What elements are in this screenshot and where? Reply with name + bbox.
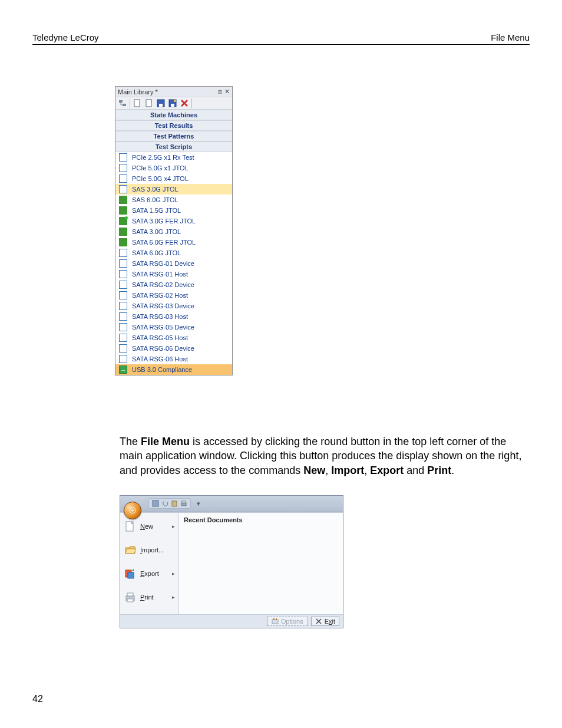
close-icon[interactable]: ✕ <box>224 88 230 95</box>
list-item-label: PCIe 2.5G x1 Rx Test <box>132 154 194 161</box>
options-button[interactable]: Options <box>267 617 308 626</box>
list-item[interactable]: SATA RSG-01 Device <box>115 258 232 269</box>
file-menu-item-xport[interactable]: Export▸ <box>121 564 177 584</box>
qat-save-icon[interactable] <box>151 499 160 508</box>
library-section-header[interactable]: State Machines <box>115 110 232 120</box>
svg-point-8 <box>174 100 176 102</box>
box-green-icon <box>119 196 127 204</box>
list-item[interactable]: SATA RSG-03 Device <box>115 301 232 311</box>
library-section-header[interactable]: Test Results <box>115 120 232 131</box>
file-menu-items: New▸Import...Export▸Print▸ <box>120 513 179 614</box>
list-item[interactable]: SATA 6.0G JTOL <box>115 248 232 258</box>
arrow-icon: → <box>119 365 127 374</box>
list-item-label: SATA RSG-06 Host <box>132 355 188 363</box>
list-item[interactable]: SATA RSG-05 Device <box>115 322 232 332</box>
library-section-header[interactable]: Test Scripts <box>115 141 232 152</box>
folder-open-icon <box>124 543 137 556</box>
list-item-label: SATA RSG-03 Host <box>132 313 188 320</box>
list-item-label: PCIe 5.0G x4 JTOL <box>132 175 189 182</box>
folder-open-icon <box>124 544 136 556</box>
box-empty-icon <box>119 185 127 193</box>
svg-rect-12 <box>181 503 186 506</box>
list-item-label: SATA RSG-02 Device <box>132 281 194 288</box>
box-empty-icon <box>119 355 127 363</box>
header-right: File Menu <box>491 32 530 42</box>
svg-rect-11 <box>172 501 177 506</box>
box-empty-icon <box>119 174 127 183</box>
recent-documents-pane: Recent Documents <box>179 513 343 614</box>
submenu-arrow-icon: ▸ <box>172 594 175 600</box>
file-menu-item-ew[interactable]: New▸ <box>121 516 177 536</box>
save-as-icon[interactable] <box>168 98 177 108</box>
ribbon-titlebar: ▾ <box>120 496 343 512</box>
list-item[interactable]: SATA RSG-01 Host <box>115 269 232 279</box>
list-item[interactable]: SATA RSG-06 Device <box>115 343 232 354</box>
submenu-arrow-icon: ▸ <box>172 571 175 577</box>
list-item[interactable]: SATA 3.0G FER JTOL <box>115 216 232 226</box>
box-empty-icon <box>119 344 127 353</box>
svg-rect-16 <box>128 572 134 578</box>
bold-export: Export <box>370 465 404 476</box>
list-item-label: SATA 3.0G JTOL <box>132 228 181 235</box>
svg-rect-5 <box>159 104 163 107</box>
page-number: 42 <box>32 694 43 704</box>
folder-tree-icon[interactable] <box>118 98 127 108</box>
box-empty-icon <box>119 249 127 257</box>
script-list: PCIe 2.5G x1 Rx TestPCIe 5.0G x1 JTOLPCI… <box>115 152 232 375</box>
new-doc-icon[interactable] <box>133 98 142 108</box>
export-icon <box>124 567 137 580</box>
list-item[interactable]: SATA RSG-02 Device <box>115 279 232 290</box>
qat-paste-icon[interactable] <box>170 499 178 508</box>
list-item[interactable]: SATA 1.5G JTOL <box>115 205 232 216</box>
exit-button[interactable]: Exit <box>311 617 339 626</box>
list-item-label: SATA RSG-06 Device <box>132 345 194 352</box>
recent-documents-title: Recent Documents <box>184 516 338 523</box>
menu-item-label: Import... <box>140 546 164 554</box>
list-item-label: SATA RSG-03 Device <box>132 302 194 309</box>
submenu-arrow-icon: ▸ <box>172 523 175 529</box>
list-item-label: SATA 1.5G JTOL <box>132 207 181 214</box>
qat-print-icon[interactable] <box>180 499 188 508</box>
svg-rect-7 <box>171 104 174 107</box>
qat-dropdown-icon[interactable]: ▾ <box>197 500 200 508</box>
open-doc-icon[interactable] <box>144 98 154 108</box>
list-item[interactable]: SAS 3.0G JTOL <box>115 184 232 195</box>
qat-undo-icon[interactable] <box>161 499 169 508</box>
list-item[interactable]: PCIe 2.5G x1 Rx Test <box>115 152 232 163</box>
list-item[interactable]: SATA RSG-06 Host <box>115 354 232 364</box>
list-item[interactable]: PCIe 5.0G x4 JTOL <box>115 173 232 184</box>
svg-rect-21 <box>273 618 275 620</box>
box-empty-icon <box>119 334 127 342</box>
list-item[interactable]: SATA RSG-03 Host <box>115 311 232 322</box>
list-item-label: SATA RSG-01 Device <box>132 260 194 267</box>
list-item-label: USB 3.0 Compliance <box>132 366 192 373</box>
library-titlebar: Main Library * ⧈ ✕ <box>115 87 232 97</box>
box-green-icon <box>119 206 127 215</box>
export-icon <box>124 568 136 579</box>
list-item[interactable]: →USB 3.0 Compliance <box>115 364 232 375</box>
file-menu-item-mport[interactable]: Import... <box>121 540 177 560</box>
box-green-icon <box>119 238 127 246</box>
list-item[interactable]: SATA RSG-02 Host <box>115 290 232 301</box>
list-item[interactable]: SATA 6.0G FER JTOL <box>115 237 232 248</box>
menu-item-label: Export <box>140 570 159 577</box>
svg-rect-2 <box>134 100 140 107</box>
library-section-header[interactable]: Test Patterns <box>115 131 232 141</box>
box-empty-icon <box>119 302 127 310</box>
list-item[interactable]: SATA 3.0G JTOL <box>115 226 232 237</box>
text: and <box>404 465 427 476</box>
list-item[interactable]: SAS 6.0G JTOL <box>115 195 232 205</box>
list-item[interactable]: PCIe 5.0G x1 JTOL <box>115 163 232 173</box>
pin-icon[interactable]: ⧈ <box>218 88 222 95</box>
file-menu-item-rint[interactable]: Print▸ <box>121 587 177 607</box>
list-item-label: SAS 3.0G JTOL <box>132 186 178 193</box>
list-item[interactable]: SATA RSG-05 Host <box>115 332 232 343</box>
file-menu-dropdown: ▾ New▸Import...Export▸Print▸ Recent Docu… <box>120 495 343 628</box>
list-item-label: SATA RSG-05 Device <box>132 324 194 331</box>
box-empty-icon <box>119 323 127 331</box>
save-icon[interactable] <box>156 98 166 108</box>
library-toolbar <box>115 97 232 110</box>
page-header: Teledyne LeCroy File Menu <box>32 32 530 45</box>
delete-icon[interactable] <box>180 98 189 108</box>
header-left: Teledyne LeCroy <box>32 32 99 42</box>
